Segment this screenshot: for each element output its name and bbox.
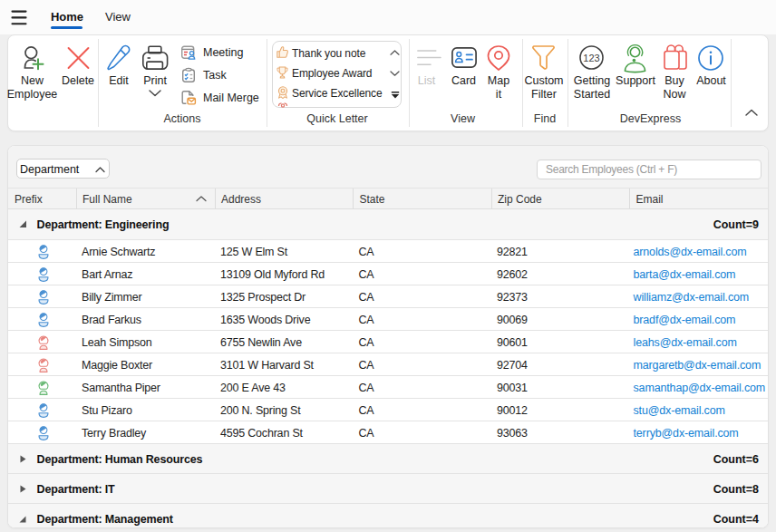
svg-text:123: 123 — [583, 53, 599, 63]
